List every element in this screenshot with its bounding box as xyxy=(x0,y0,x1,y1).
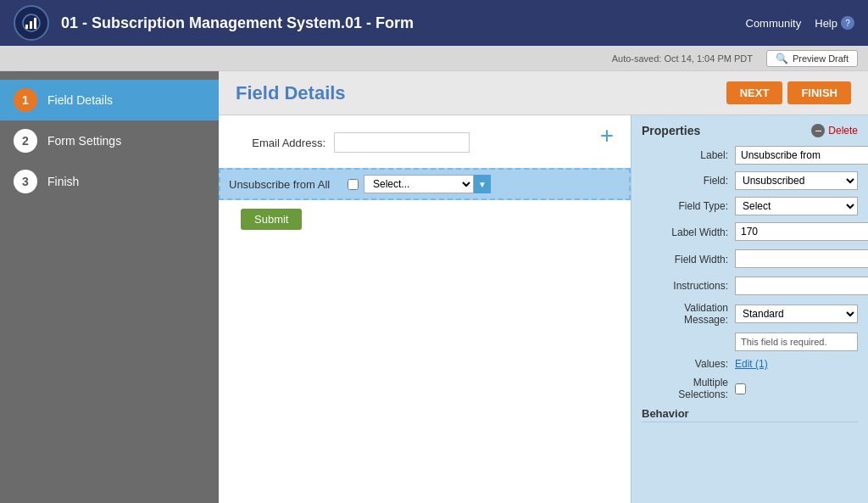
step-1-label: Field Details xyxy=(47,93,113,107)
autosave-text: Auto-saved: Oct 14, 1:04 PM PDT xyxy=(612,53,753,64)
help-label: Help xyxy=(815,17,837,30)
prop-field-label: Field: xyxy=(642,175,735,187)
prop-multiple-selections-label: Multiple Selections: xyxy=(642,377,735,400)
prop-field-type-row: Field Type: Select xyxy=(642,197,858,215)
email-input[interactable] xyxy=(334,132,470,153)
field-width-spinner: ▲ ▼ xyxy=(735,249,868,270)
page-header-title: 01 - Subscription Management System.01 -… xyxy=(61,14,746,32)
field-type-select[interactable]: Select xyxy=(735,197,858,215)
label-width-spinner: ▲ ▼ xyxy=(735,222,868,243)
next-button[interactable]: NEXT xyxy=(726,81,783,104)
validation-select-wrapper: Standard xyxy=(735,305,858,323)
svg-rect-3 xyxy=(34,18,36,29)
prop-values-row: Values: Edit (1) xyxy=(642,358,858,370)
prop-multiple-selections-row: Multiple Selections: xyxy=(642,377,858,400)
step-2-circle: 2 xyxy=(14,129,37,153)
content-area: Field Details NEXT FINISH + Email Addres… xyxy=(219,71,868,503)
label-width-input[interactable] xyxy=(735,222,868,241)
values-edit-link[interactable]: Edit (1) xyxy=(735,358,768,370)
prop-label-width-label: Label Width: xyxy=(642,226,735,238)
properties-header: Properties − Delete xyxy=(642,124,858,137)
sidebar-item-field-details[interactable]: 1 Field Details xyxy=(0,80,219,120)
multiple-selections-checkbox[interactable] xyxy=(735,383,746,394)
field-select-wrapper: Unsubscribed xyxy=(735,171,858,190)
step-2-label: Form Settings xyxy=(47,134,121,148)
step-3-label: Finish xyxy=(47,175,79,188)
prop-field-width-row: Field Width: ▲ ▼ xyxy=(642,249,858,270)
unsubscribe-checkbox[interactable] xyxy=(348,179,359,190)
field-width-input[interactable] xyxy=(735,249,868,268)
community-link[interactable]: Community xyxy=(746,17,802,30)
form-canvas: + Email Address: Unsubscribe from All Se… xyxy=(219,115,631,503)
page-title: Field Details xyxy=(236,82,346,104)
finish-button[interactable]: FINISH xyxy=(787,81,851,104)
help-icon: ? xyxy=(841,16,854,30)
delete-label: Delete xyxy=(828,125,858,137)
prop-field-width-label: Field Width: xyxy=(642,254,735,265)
delete-icon: − xyxy=(811,124,825,137)
app-header: 01 - Subscription Management System.01 -… xyxy=(0,0,868,46)
email-label: Email Address: xyxy=(232,137,326,149)
properties-title: Properties xyxy=(642,124,700,137)
label-input-group: ✎ xyxy=(735,146,868,165)
field-type-select-wrapper: Select xyxy=(735,197,858,215)
header-nav: Community Help ? xyxy=(746,16,855,30)
validation-select[interactable]: Standard xyxy=(735,305,858,323)
select-arrow-button[interactable]: ▼ xyxy=(474,175,491,193)
sidebar-item-form-settings[interactable]: 2 Form Settings xyxy=(0,120,219,161)
prop-label-label: Label: xyxy=(642,149,735,161)
subheader: Auto-saved: Oct 14, 1:04 PM PDT 🔍 Previe… xyxy=(0,46,868,71)
instructions-input[interactable] xyxy=(735,277,868,295)
unsubscribe-label: Unsubscribe from All xyxy=(229,178,348,191)
sidebar: 1 Field Details 2 Form Settings 3 Finish xyxy=(0,71,219,503)
sidebar-item-finish[interactable]: 3 Finish xyxy=(0,161,219,202)
submit-button[interactable]: Submit xyxy=(241,209,302,230)
add-field-button[interactable]: + xyxy=(600,124,614,148)
prop-label-row: Label: ✎ xyxy=(642,146,858,165)
prop-values-label: Values: xyxy=(642,358,735,370)
prop-field-row: Field: Unsubscribed xyxy=(642,171,858,190)
step-1-circle: 1 xyxy=(14,88,37,112)
page-actions: NEXT FINISH xyxy=(726,81,851,104)
validation-message-box: This field is required. xyxy=(735,333,858,351)
label-input[interactable] xyxy=(735,146,868,165)
email-field-row: Email Address: xyxy=(232,129,617,156)
form-properties-split: + Email Address: Unsubscribe from All Se… xyxy=(219,115,868,503)
prop-label-width-row: Label Width: ▲ ▼ xyxy=(642,222,858,243)
search-icon: 🔍 xyxy=(776,53,788,64)
svg-rect-1 xyxy=(25,25,28,29)
delete-button[interactable]: − Delete xyxy=(811,124,858,137)
prop-field-type-label: Field Type: xyxy=(642,200,735,212)
behavior-section-header: Behavior xyxy=(642,407,858,422)
main-layout: 1 Field Details 2 Form Settings 3 Finish… xyxy=(0,71,868,503)
preview-draft-label: Preview Draft xyxy=(793,53,849,64)
prop-validation-label: Validation Message: xyxy=(642,302,735,326)
select-dropdown[interactable]: Select... xyxy=(364,175,474,193)
preview-draft-button[interactable]: 🔍 Preview Draft xyxy=(766,50,858,67)
help-link[interactable]: Help ? xyxy=(815,16,854,30)
prop-instructions-row: Instructions: xyxy=(642,277,858,295)
step-3-circle: 3 xyxy=(14,170,37,193)
app-logo xyxy=(14,5,49,41)
svg-rect-2 xyxy=(30,21,32,29)
properties-panel: Properties − Delete Label: ✎ Fi xyxy=(631,115,868,503)
page-header: Field Details NEXT FINISH xyxy=(219,71,868,115)
field-select[interactable]: Unsubscribed xyxy=(735,171,858,190)
prop-instructions-label: Instructions: xyxy=(642,280,735,292)
prop-validation-row: Validation Message: Standard xyxy=(642,302,858,326)
unsubscribe-field-row: Unsubscribe from All Select... ▼ xyxy=(219,168,631,200)
